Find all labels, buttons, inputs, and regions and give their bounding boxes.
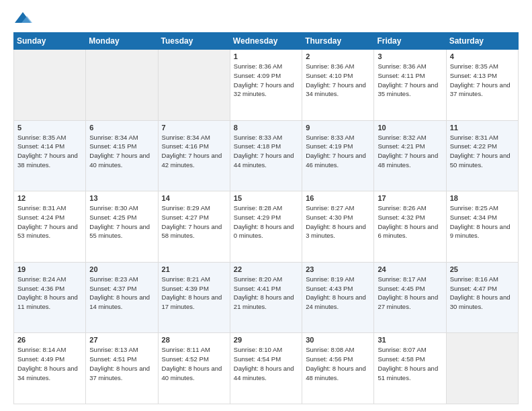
calendar-week-row: 1Sunrise: 8:36 AMSunset: 4:09 PMDaylight…: [14, 50, 519, 121]
daylight: Daylight: 8 hours and 30 minutes.: [450, 293, 511, 310]
calendar-cell: 13Sunrise: 8:30 AMSunset: 4:25 PMDayligh…: [86, 191, 158, 263]
day-info: Sunrise: 8:33 AMSunset: 4:19 PMDaylight:…: [306, 133, 370, 170]
calendar-cell: 18Sunrise: 8:25 AMSunset: 4:34 PMDayligh…: [446, 191, 518, 263]
calendar-cell: 28Sunrise: 8:11 AMSunset: 4:52 PMDayligh…: [158, 333, 230, 404]
daylight: Daylight: 8 hours and 9 minutes.: [450, 223, 511, 240]
daylight: Daylight: 7 hours and 53 minutes.: [17, 223, 78, 240]
day-number: 10: [378, 124, 442, 132]
calendar-cell: 15Sunrise: 8:28 AMSunset: 4:29 PMDayligh…: [230, 191, 302, 263]
sunset: Sunset: 4:09 PM: [234, 72, 281, 79]
daylight: Daylight: 7 hours and 32 minutes.: [234, 81, 294, 98]
calendar-cell: [158, 50, 230, 121]
day-info: Sunrise: 8:35 AMSunset: 4:14 PMDaylight:…: [17, 133, 82, 170]
calendar-week-row: 12Sunrise: 8:31 AMSunset: 4:24 PMDayligh…: [14, 191, 519, 263]
day-number: 28: [162, 336, 226, 344]
sunset: Sunset: 4:18 PM: [234, 142, 281, 150]
day-number: 4: [450, 52, 515, 60]
weekday-header: Tuesday: [158, 33, 230, 50]
calendar-cell: 19Sunrise: 8:24 AMSunset: 4:36 PMDayligh…: [14, 262, 86, 333]
calendar-cell: 2Sunrise: 8:36 AMSunset: 4:10 PMDaylight…: [302, 50, 374, 121]
sunset: Sunset: 4:51 PM: [89, 355, 136, 363]
daylight: Daylight: 8 hours and 17 minutes.: [162, 293, 222, 310]
sunrise: Sunrise: 8:36 AM: [306, 62, 354, 70]
calendar-cell: 6Sunrise: 8:34 AMSunset: 4:15 PMDaylight…: [86, 120, 158, 191]
day-info: Sunrise: 8:16 AMSunset: 4:47 PMDaylight:…: [450, 275, 515, 312]
calendar-cell: 16Sunrise: 8:27 AMSunset: 4:30 PMDayligh…: [302, 191, 374, 263]
sunset: Sunset: 4:43 PM: [306, 285, 353, 292]
day-info: Sunrise: 8:36 AMSunset: 4:10 PMDaylight:…: [306, 62, 370, 99]
day-number: 27: [89, 336, 154, 344]
day-info: Sunrise: 8:25 AMSunset: 4:34 PMDaylight:…: [450, 203, 515, 240]
calendar-cell: 14Sunrise: 8:29 AMSunset: 4:27 PMDayligh…: [158, 191, 230, 263]
sunset: Sunset: 4:41 PM: [234, 285, 281, 292]
day-info: Sunrise: 8:13 AMSunset: 4:51 PMDaylight:…: [89, 345, 154, 382]
day-info: Sunrise: 8:31 AMSunset: 4:24 PMDaylight:…: [17, 203, 82, 240]
day-info: Sunrise: 8:36 AMSunset: 4:09 PMDaylight:…: [234, 62, 298, 99]
sunset: Sunset: 4:56 PM: [306, 355, 353, 363]
day-info: Sunrise: 8:19 AMSunset: 4:43 PMDaylight:…: [306, 275, 370, 312]
sunset: Sunset: 4:58 PM: [378, 355, 425, 363]
daylight: Daylight: 8 hours and 24 minutes.: [306, 293, 366, 310]
calendar-cell: 27Sunrise: 8:13 AMSunset: 4:51 PMDayligh…: [86, 333, 158, 404]
calendar-cell: 11Sunrise: 8:31 AMSunset: 4:22 PMDayligh…: [446, 120, 518, 191]
day-number: 23: [306, 265, 370, 273]
daylight: Daylight: 8 hours and 14 minutes.: [89, 293, 150, 310]
sunset: Sunset: 4:30 PM: [306, 214, 353, 221]
day-info: Sunrise: 8:30 AMSunset: 4:25 PMDaylight:…: [89, 203, 154, 240]
sunset: Sunset: 4:34 PM: [450, 214, 497, 221]
calendar-cell: [86, 50, 158, 121]
sunrise: Sunrise: 8:35 AM: [450, 62, 498, 70]
day-number: 6: [89, 124, 154, 132]
weekday-header: Saturday: [446, 33, 518, 50]
sunrise: Sunrise: 8:28 AM: [234, 204, 282, 212]
sunset: Sunset: 4:49 PM: [17, 355, 64, 363]
sunrise: Sunrise: 8:31 AM: [450, 134, 498, 141]
sunrise: Sunrise: 8:24 AM: [17, 275, 66, 283]
sunset: Sunset: 4:25 PM: [89, 214, 136, 221]
daylight: Daylight: 8 hours and 44 minutes.: [234, 365, 294, 381]
sunrise: Sunrise: 8:34 AM: [162, 134, 210, 141]
daylight: Daylight: 8 hours and 51 minutes.: [378, 365, 438, 381]
calendar-cell: 31Sunrise: 8:07 AMSunset: 4:58 PMDayligh…: [374, 333, 446, 404]
day-number: 16: [306, 194, 370, 202]
day-number: 30: [306, 336, 370, 344]
daylight: Daylight: 7 hours and 38 minutes.: [17, 152, 78, 169]
calendar-header-row: SundayMondayTuesdayWednesdayThursdayFrid…: [14, 33, 519, 50]
day-number: 15: [234, 194, 298, 202]
day-info: Sunrise: 8:26 AMSunset: 4:32 PMDaylight:…: [378, 203, 442, 240]
sunrise: Sunrise: 8:27 AM: [306, 204, 354, 212]
day-info: Sunrise: 8:21 AMSunset: 4:39 PMDaylight:…: [162, 275, 226, 312]
day-number: 12: [17, 194, 82, 202]
day-number: 9: [306, 124, 370, 132]
calendar-cell: 10Sunrise: 8:32 AMSunset: 4:21 PMDayligh…: [374, 120, 446, 191]
day-info: Sunrise: 8:33 AMSunset: 4:18 PMDaylight:…: [234, 133, 298, 170]
day-info: Sunrise: 8:17 AMSunset: 4:45 PMDaylight:…: [378, 275, 442, 312]
sunset: Sunset: 4:29 PM: [234, 214, 281, 221]
daylight: Daylight: 8 hours and 6 minutes.: [378, 223, 438, 240]
sunset: Sunset: 4:39 PM: [162, 285, 209, 292]
daylight: Daylight: 8 hours and 27 minutes.: [378, 293, 438, 310]
day-info: Sunrise: 8:35 AMSunset: 4:13 PMDaylight:…: [450, 62, 515, 99]
sunrise: Sunrise: 8:34 AM: [89, 134, 138, 141]
sunrise: Sunrise: 8:07 AM: [378, 346, 426, 353]
calendar-week-row: 5Sunrise: 8:35 AMSunset: 4:14 PMDaylight…: [14, 120, 519, 191]
day-info: Sunrise: 8:29 AMSunset: 4:27 PMDaylight:…: [162, 203, 226, 240]
sunset: Sunset: 4:54 PM: [234, 355, 281, 363]
calendar-cell: 1Sunrise: 8:36 AMSunset: 4:09 PMDaylight…: [230, 50, 302, 121]
calendar-table: SundayMondayTuesdayWednesdayThursdayFrid…: [13, 32, 519, 404]
daylight: Daylight: 7 hours and 58 minutes.: [162, 223, 222, 240]
logo: [13, 11, 35, 26]
weekday-header: Friday: [374, 33, 446, 50]
calendar-cell: [14, 50, 86, 121]
sunrise: Sunrise: 8:23 AM: [89, 275, 138, 283]
sunrise: Sunrise: 8:32 AM: [378, 134, 426, 141]
daylight: Daylight: 8 hours and 48 minutes.: [306, 365, 366, 381]
sunrise: Sunrise: 8:20 AM: [234, 275, 282, 283]
weekday-header: Wednesday: [230, 33, 302, 50]
day-number: 31: [378, 336, 442, 344]
day-number: 11: [450, 124, 515, 132]
day-number: 24: [378, 265, 442, 273]
day-number: 2: [306, 52, 370, 60]
sunset: Sunset: 4:47 PM: [450, 285, 497, 292]
sunrise: Sunrise: 8:29 AM: [162, 204, 210, 212]
